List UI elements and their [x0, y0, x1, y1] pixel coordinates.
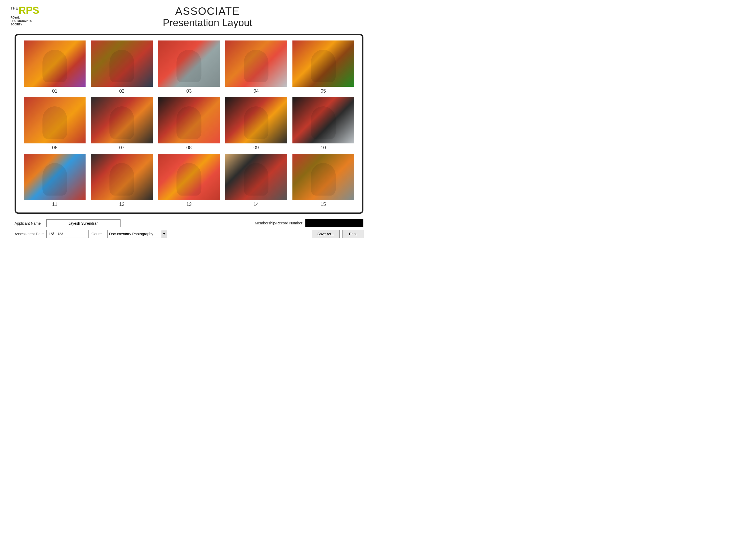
photo-number-13: 13	[186, 202, 192, 207]
photo-item-07: 07	[91, 97, 152, 151]
photo-box-05[interactable]	[292, 40, 354, 87]
photo-box-07[interactable]	[91, 97, 152, 143]
photo-item-04: 04	[225, 40, 287, 94]
photo-box-09[interactable]	[225, 97, 287, 143]
photo-item-05: 05	[292, 40, 354, 94]
photo-box-01[interactable]	[24, 40, 86, 87]
assessment-date-row: Assessment Date Genre Documentary Photog…	[14, 230, 250, 238]
photo-item-12: 12	[91, 154, 152, 207]
photo-number-10: 10	[320, 145, 326, 151]
title-presentation: Presentation Layout	[48, 17, 367, 29]
photo-box-13[interactable]	[158, 154, 220, 200]
logo-the-text: THE	[11, 6, 18, 10]
photo-item-14: 14	[225, 154, 287, 207]
assessment-date-label: Assessment Date	[14, 232, 44, 236]
photo-item-01: 01	[24, 40, 86, 94]
photo-number-09: 09	[254, 145, 259, 151]
photo-box-06[interactable]	[24, 97, 86, 143]
footer-area: Applicant Name Assessment Date Genre Doc…	[0, 216, 378, 241]
photo-item-11: 11	[24, 154, 86, 207]
save-as-button[interactable]: Save As...	[312, 230, 339, 238]
member-label: Membership/Record Number	[255, 221, 303, 225]
genre-value: Documentary Photography	[109, 232, 159, 236]
applicant-name-row: Applicant Name	[14, 219, 250, 227]
logo-r: R	[18, 5, 26, 15]
photo-box-15[interactable]	[292, 154, 354, 200]
photo-box-12[interactable]	[91, 154, 152, 200]
photo-item-10: 10	[292, 97, 354, 151]
photo-number-08: 08	[186, 145, 192, 151]
photo-box-14[interactable]	[225, 154, 287, 200]
photo-item-02: 02	[91, 40, 152, 94]
photo-box-03[interactable]	[158, 40, 220, 87]
member-input[interactable]	[305, 219, 364, 227]
footer-left: Applicant Name Assessment Date Genre Doc…	[14, 219, 250, 238]
main-panel: 010203040506070809101112131415	[14, 34, 364, 214]
photo-box-11[interactable]	[24, 154, 86, 200]
page-header: THE RPS ROYAL PHOTOGRAPHIC SOCIETY ASSOC…	[0, 0, 378, 31]
photo-number-11: 11	[52, 202, 58, 207]
genre-select-box: Documentary Photography	[107, 230, 161, 238]
photo-number-06: 06	[52, 145, 58, 151]
photo-item-03: 03	[158, 40, 220, 94]
applicant-name-input[interactable]	[46, 219, 121, 227]
photo-number-01: 01	[52, 89, 58, 94]
photo-item-15: 15	[292, 154, 354, 207]
logo-s: S	[33, 5, 39, 15]
genre-wrapper: Documentary Photography ▼	[107, 230, 167, 238]
logo-subtitle: ROYAL PHOTOGRAPHIC SOCIETY	[11, 16, 32, 26]
photo-number-04: 04	[254, 89, 259, 94]
print-button[interactable]: Print	[342, 230, 364, 238]
photo-number-03: 03	[186, 89, 192, 94]
genre-dropdown-arrow[interactable]: ▼	[161, 230, 167, 238]
applicant-name-label: Applicant Name	[14, 221, 44, 225]
photo-number-02: 02	[119, 89, 124, 94]
photo-box-08[interactable]	[158, 97, 220, 143]
photo-number-15: 15	[320, 202, 326, 207]
photo-box-04[interactable]	[225, 40, 287, 87]
footer-right: Membership/Record Number Save As... Prin…	[255, 219, 364, 238]
photo-grid: 010203040506070809101112131415	[24, 40, 354, 207]
title-associate: ASSOCIATE	[48, 5, 367, 17]
logo-area: THE RPS ROYAL PHOTOGRAPHIC SOCIETY	[11, 5, 48, 26]
logo-rps: THE RPS	[11, 5, 39, 15]
button-row: Save As... Print	[312, 230, 364, 238]
logo-p: P	[26, 5, 32, 15]
photo-item-08: 08	[158, 97, 220, 151]
assessment-date-input[interactable]	[46, 230, 89, 238]
photo-item-13: 13	[158, 154, 220, 207]
photo-box-02[interactable]	[91, 40, 152, 87]
photo-number-12: 12	[119, 202, 124, 207]
photo-item-06: 06	[24, 97, 86, 151]
member-row: Membership/Record Number	[255, 219, 364, 227]
genre-label: Genre	[92, 232, 105, 236]
photo-box-10[interactable]	[292, 97, 354, 143]
photo-number-05: 05	[320, 89, 326, 94]
photo-number-14: 14	[254, 202, 259, 207]
photo-item-09: 09	[225, 97, 287, 151]
photo-number-07: 07	[119, 145, 124, 151]
title-area: ASSOCIATE Presentation Layout	[48, 5, 367, 29]
